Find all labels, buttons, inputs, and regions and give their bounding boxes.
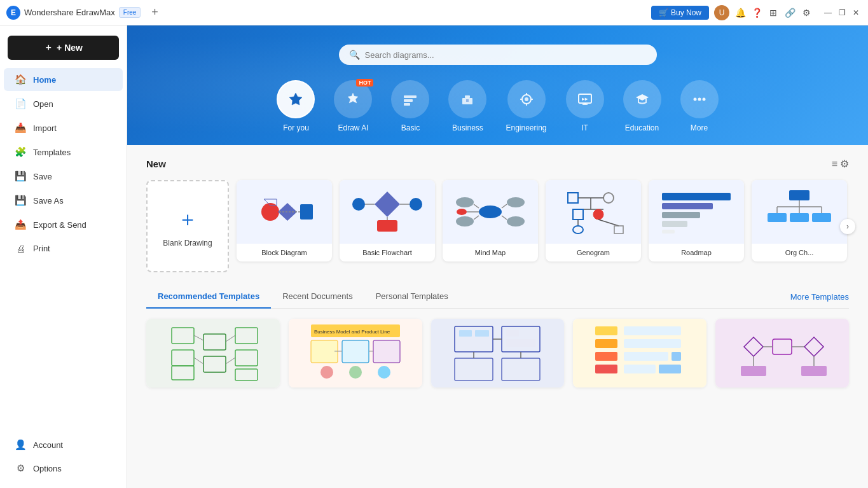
blank-drawing-label: Blank Drawing: [163, 239, 212, 247]
svg-rect-108: [624, 365, 656, 373]
free-badge: Free: [119, 7, 141, 18]
sidebar-item-account[interactable]: 👤 Account: [4, 433, 123, 456]
add-tab-button[interactable]: +: [147, 5, 162, 20]
template-card-genogram[interactable]: Genogram: [546, 180, 641, 261]
engineering-icon: [518, 90, 535, 108]
template-card-flowchart[interactable]: Basic Flowchart: [340, 180, 435, 261]
it-label: IT: [581, 123, 588, 132]
engineering-icon-wrap: [507, 80, 546, 118]
sidebar-item-templates[interactable]: 🧩 Templates: [4, 141, 123, 164]
banner: 🔍 For you: [127, 25, 868, 145]
orgchart-label: Org Ch...: [752, 244, 847, 261]
svg-rect-95: [475, 330, 489, 337]
category-for-you[interactable]: For you: [277, 80, 315, 132]
main-content: 🔍 For you: [127, 25, 868, 488]
new-button[interactable]: ＋ + New: [8, 36, 119, 60]
template-thumb-4-img: [573, 319, 706, 387]
template-card-mindmap[interactable]: Mind Map: [443, 180, 538, 261]
close-button[interactable]: ✕: [850, 7, 862, 18]
scroll-right-arrow[interactable]: ›: [840, 219, 855, 234]
svg-rect-58: [662, 230, 675, 234]
category-business[interactable]: Business: [448, 80, 486, 132]
template-thumb-2[interactable]: Business Model and Product Line: [289, 319, 422, 387]
category-education[interactable]: Education: [623, 80, 661, 132]
block-diagram-label: Block Diagram: [237, 244, 332, 261]
sidebar-item-export[interactable]: 📤 Export & Send: [4, 213, 123, 236]
grid-icon[interactable]: ⊞: [768, 7, 779, 18]
more-icon: [691, 90, 708, 108]
sidebar-item-save[interactable]: 💾 Save: [4, 165, 123, 188]
new-section-settings[interactable]: ≡ ⚙: [832, 158, 849, 170]
titlebar-right: 🛒 Buy Now U 🔔 ❓ ⊞ 🔗 ⚙ — ❐ ✕: [651, 5, 862, 20]
user-avatar[interactable]: U: [714, 5, 729, 20]
bell-icon[interactable]: 🔔: [734, 7, 746, 18]
help-icon[interactable]: ❓: [751, 7, 762, 18]
more-templates-link[interactable]: More Templates: [790, 286, 849, 308]
svg-point-85: [320, 366, 333, 379]
sidebar-item-options[interactable]: ⚙ Options: [4, 457, 123, 480]
settings-icon[interactable]: ⚙: [801, 7, 812, 18]
templates-section: Recommended Templates Recent Documents P…: [127, 285, 868, 400]
tab-recommended[interactable]: Recommended Templates: [146, 285, 271, 309]
buy-now-button[interactable]: 🛒 Buy Now: [651, 6, 709, 20]
app-body: ＋ + New 🏠 Home 📄 Open 📥 Import 🧩 Templat…: [0, 25, 868, 488]
more-label: More: [691, 123, 708, 132]
share-icon[interactable]: 🔗: [784, 7, 796, 18]
sidebar-item-print[interactable]: 🖨 Print: [4, 237, 123, 260]
template-thumb-2-img: Business Model and Product Line: [289, 319, 422, 387]
category-more[interactable]: More: [680, 80, 719, 132]
titlebar: E Wondershare EdrawMax Free + 🛒 Buy Now …: [0, 0, 868, 25]
block-diagram-thumb: [237, 180, 332, 244]
template-card-block[interactable]: Block Diagram: [237, 180, 332, 261]
svg-point-34: [507, 197, 525, 207]
svg-rect-107: [624, 352, 668, 361]
sidebar-item-import[interactable]: 📥 Import: [4, 116, 123, 139]
edraw-ai-icon: [344, 90, 362, 108]
sidebar-item-open[interactable]: 📄 Open: [4, 92, 123, 115]
template-thumb-3[interactable]: [431, 319, 565, 387]
svg-line-79: [226, 358, 235, 364]
new-cards-row: ＋ Blank Drawing: [146, 180, 849, 272]
svg-rect-105: [624, 326, 681, 335]
business-icon: [458, 90, 476, 108]
template-card-orgchart[interactable]: Org Ch...: [752, 180, 847, 261]
template-thumb-4[interactable]: [573, 319, 706, 387]
sidebar-label-options: Options: [33, 464, 62, 473]
basic-icon-wrap: [391, 80, 429, 118]
svg-rect-43: [568, 193, 578, 203]
business-icon-wrap: [448, 80, 486, 118]
blank-drawing-card[interactable]: ＋ Blank Drawing: [146, 180, 229, 272]
tab-recent[interactable]: Recent Documents: [271, 285, 364, 309]
save-icon: 💾: [14, 171, 27, 182]
category-row: For you HOT Edraw AI: [153, 80, 843, 132]
tab-personal[interactable]: Personal Templates: [364, 285, 460, 309]
hot-badge: HOT: [356, 79, 373, 87]
search-input[interactable]: [365, 50, 647, 60]
category-engineering[interactable]: Engineering: [506, 80, 546, 132]
minimize-button[interactable]: —: [822, 7, 834, 18]
template-thumb-1[interactable]: [146, 319, 280, 387]
import-icon: 📥: [14, 122, 27, 134]
basic-icon: [401, 90, 419, 108]
maximize-button[interactable]: ❐: [836, 7, 848, 18]
orgchart-thumb: [752, 180, 847, 244]
open-icon: 📄: [14, 98, 27, 109]
category-it[interactable]: ▶▶ IT: [566, 80, 604, 132]
svg-rect-73: [235, 328, 258, 344]
template-thumb-5[interactable]: [715, 319, 849, 387]
svg-rect-56: [662, 212, 700, 218]
new-section-title: New: [146, 158, 166, 169]
category-basic[interactable]: Basic: [391, 80, 429, 132]
svg-point-32: [479, 206, 502, 218]
svg-point-19: [702, 98, 705, 101]
sidebar-item-save-as[interactable]: 💾 Save As: [4, 189, 123, 212]
svg-text:▶▶: ▶▶: [582, 96, 588, 102]
svg-line-38: [502, 204, 507, 208]
category-edraw-ai[interactable]: HOT Edraw AI: [334, 80, 372, 132]
template-card-roadmap[interactable]: Roadmap: [649, 180, 744, 261]
sidebar-item-home[interactable]: 🏠 Home: [4, 68, 123, 91]
sidebar-label-templates: Templates: [33, 148, 71, 157]
app-logo-icon: E: [6, 6, 20, 20]
svg-rect-69: [172, 350, 194, 366]
svg-point-18: [698, 98, 701, 101]
